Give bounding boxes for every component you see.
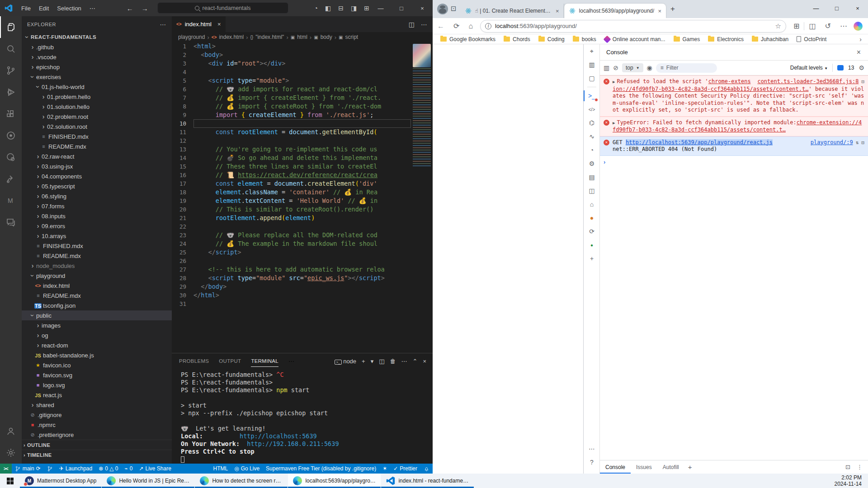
- add-favorite-star-icon[interactable]: ☆: [775, 22, 781, 30]
- drawer-tab-autofill[interactable]: Autofill: [657, 460, 684, 474]
- panel-tabs-more-icon[interactable]: ⋯: [288, 358, 294, 365]
- taskbar-vscode[interactable]: index.html - react-fundamentals -...: [381, 474, 474, 488]
- editor-more-icon[interactable]: ⋯: [421, 21, 427, 28]
- tab-index-html[interactable]: <> index.html ×: [172, 16, 226, 32]
- tree-item-shared[interactable]: ›shared: [22, 400, 172, 410]
- mattermost-icon[interactable]: M: [0, 190, 22, 211]
- tree-item--prettierignore[interactable]: ⊘.prettierignore: [22, 430, 172, 440]
- history-icon[interactable]: ↺: [821, 22, 835, 30]
- drawer-action-icon[interactable]: ⊡: [845, 464, 850, 470]
- kill-terminal-icon[interactable]: 🗑: [390, 358, 396, 365]
- message-meta-icon[interactable]: ⇅: [856, 140, 859, 145]
- add-panel-icon[interactable]: +: [584, 252, 600, 265]
- favorites-icon[interactable]: ⊞: [789, 22, 804, 30]
- bookmark-games[interactable]: Games: [670, 36, 704, 42]
- gitlens-button[interactable]: [44, 464, 56, 474]
- console-message-1[interactable]: ×content.ts-loader-3ed3668f.js:8⊡▶Refuse…: [600, 75, 868, 117]
- tree-item-images[interactable]: ›images: [22, 320, 172, 330]
- tree-item-react-dom[interactable]: ›react-dom: [22, 340, 172, 350]
- drawer-action-icon[interactable]: ⋮: [857, 464, 863, 470]
- tree-item-logo-svg[interactable]: ■logo.svg: [22, 380, 172, 390]
- close-button[interactable]: ×: [847, 0, 868, 16]
- breadcrumb-item[interactable]: playground: [178, 34, 205, 40]
- tree-item-playground[interactable]: ›playground: [22, 271, 172, 281]
- share-icon[interactable]: [0, 168, 22, 190]
- close-tab-icon[interactable]: ×: [217, 21, 221, 28]
- section-outline[interactable]: ›OUTLINE: [22, 440, 172, 450]
- tree-item-react-fundamentals[interactable]: ›REACT-FUNDAMENTALS: [22, 32, 172, 42]
- bookmark-online-account-man-[interactable]: Online account man...: [600, 36, 670, 42]
- terminal-shell-label[interactable]: >_ node: [335, 358, 356, 365]
- minimize-button[interactable]: —: [806, 0, 826, 16]
- problems-button[interactable]: ⊗0 △ 0: [95, 464, 121, 474]
- terminal-dropdown-icon[interactable]: ▾: [371, 358, 374, 365]
- toggle-panel-icon[interactable]: ⊟: [338, 5, 344, 12]
- cookie-icon[interactable]: ●: [584, 211, 600, 225]
- taskbar-edge-3[interactable]: localhost:5639/app/playground/ a...: [288, 474, 381, 488]
- expand-arrow-icon[interactable]: ▶: [613, 80, 615, 84]
- live-preview-icon[interactable]: [0, 125, 22, 146]
- tree-item--github[interactable]: ›.github: [22, 42, 172, 52]
- bookmark-google-bookmarks[interactable]: Google Bookmarks: [436, 36, 500, 42]
- sources-icon[interactable]: </>: [584, 103, 600, 116]
- breadcrumb-item[interactable]: body: [321, 34, 332, 40]
- tree-item-04-components[interactable]: ›04.components: [22, 171, 172, 181]
- breadcrumb[interactable]: playground›<>index.html›{}"index.html"›▣…: [172, 32, 433, 42]
- tree-item-tsconfig-json[interactable]: TStsconfig.json: [22, 300, 172, 310]
- new-terminal-icon[interactable]: +: [362, 358, 365, 365]
- tree-item-finished-mdx[interactable]: ≡FINISHED.mdx: [22, 131, 172, 141]
- bookmark-books[interactable]: books: [569, 36, 600, 42]
- more-tools-icon[interactable]: ⋯: [584, 442, 600, 455]
- help-icon[interactable]: ?: [584, 455, 600, 469]
- menu-file[interactable]: File: [17, 5, 35, 12]
- back-icon[interactable]: ←: [433, 22, 449, 30]
- drawer-tab-console[interactable]: Console: [600, 460, 631, 474]
- maximize-button[interactable]: □: [391, 0, 412, 16]
- workspaces-icon[interactable]: ⊡: [451, 5, 457, 13]
- add-drawer-tab-icon[interactable]: +: [684, 463, 696, 471]
- extension-status-icon[interactable]: ✶: [379, 464, 390, 474]
- refresh-panel-icon[interactable]: ⟳: [584, 225, 600, 238]
- settings-gear-icon[interactable]: [0, 442, 22, 464]
- log-levels-dropdown[interactable]: Default levels ▼: [790, 65, 828, 71]
- supermaven-button[interactable]: Supermaven Free Tier (disabled by .gitig…: [263, 464, 379, 474]
- bookmark-chords[interactable]: Chords: [500, 36, 534, 42]
- tree-item--gitignore[interactable]: ⊘.gitignore: [22, 410, 172, 420]
- console-sidebar-icon[interactable]: ▥: [604, 64, 609, 71]
- explorer-more-icon[interactable]: ⋯: [160, 21, 167, 28]
- tree-item-05-typescript[interactable]: ›05.typescript: [22, 181, 172, 191]
- console-panel-icon[interactable]: >_: [584, 89, 600, 103]
- source-link[interactable]: playground/:9: [811, 139, 853, 145]
- expand-arrow-icon[interactable]: ▶: [613, 121, 615, 125]
- minimize-button[interactable]: —: [370, 0, 391, 16]
- split-terminal-icon[interactable]: ◫: [379, 358, 384, 365]
- menu-more[interactable]: ⋯: [85, 5, 99, 12]
- tree-item-08-inputs[interactable]: ›08.inputs: [22, 211, 172, 221]
- start-button[interactable]: [0, 474, 20, 488]
- source-link[interactable]: content.ts-loader-3ed3668f.js:8: [757, 78, 859, 84]
- tree-item-favicon-ico[interactable]: ★favicon.ico: [22, 360, 172, 370]
- tree-item--vscode[interactable]: ›.vscode: [22, 52, 172, 62]
- section-timeline[interactable]: ›TIMELINE: [22, 450, 172, 460]
- tree-item-og[interactable]: ›og: [22, 330, 172, 340]
- menu-edit[interactable]: Edit: [35, 5, 53, 12]
- toggle-sidebar-icon[interactable]: ◧: [325, 5, 331, 12]
- home-icon[interactable]: ⌂: [584, 197, 600, 211]
- panel-tab-problems[interactable]: PROBLEMS: [179, 356, 209, 366]
- profile-avatar[interactable]: [437, 4, 448, 14]
- explorer-icon[interactable]: [0, 16, 22, 38]
- browser-tab-1[interactable]: ☝ | 01. Create React Elements | 0×: [460, 4, 564, 18]
- tree-item-01-problem-hello[interactable]: ›01.problem.hello: [22, 92, 172, 102]
- tree-item-readme-mdx[interactable]: ≡README.mdx: [22, 251, 172, 261]
- tree-item-favicon-svg[interactable]: ■favicon.svg: [22, 370, 172, 380]
- maximize-panel-icon[interactable]: ⌃: [413, 358, 418, 365]
- taskbar-mattermost[interactable]: MMattermost Desktop App: [20, 474, 101, 488]
- profile-icon[interactable]: ◔: [314, 5, 318, 12]
- breadcrumb-item[interactable]: html: [297, 34, 307, 40]
- tree-item-01-solution-hello[interactable]: ›01.solution.hello: [22, 102, 172, 112]
- tree-item-index-html[interactable]: <>index.html: [22, 281, 172, 291]
- taskbar-edge-1[interactable]: Hello World in JS | Epic React by K...: [102, 474, 194, 488]
- settings2-icon[interactable]: ⚙: [584, 157, 600, 170]
- tree-item-readme-mdx[interactable]: ≡README.mdx: [22, 141, 172, 151]
- bookmark-octoprint[interactable]: OctoPrint: [793, 36, 830, 42]
